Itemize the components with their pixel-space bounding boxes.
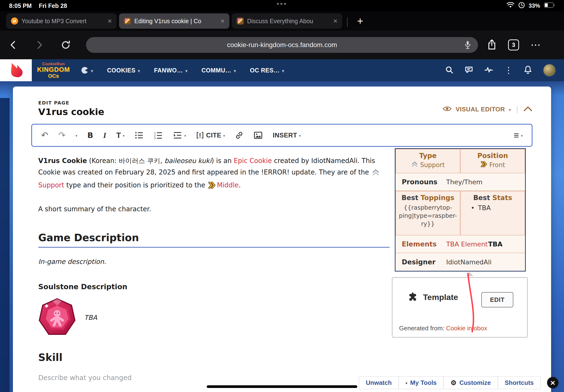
search-icon[interactable] bbox=[445, 66, 454, 75]
stats-label-best: Best bbox=[473, 194, 490, 202]
position-front-icon bbox=[480, 161, 488, 169]
tab-overview-button[interactable]: 3 bbox=[508, 40, 519, 50]
insert-image-button[interactable] bbox=[254, 131, 263, 139]
page-options-menu[interactable] bbox=[514, 130, 523, 140]
elements-label: Elements bbox=[396, 240, 446, 248]
customize-button[interactable]: Customize bbox=[443, 377, 497, 389]
browser-menu-icon[interactable] bbox=[531, 40, 541, 50]
text-style-label: T bbox=[116, 131, 121, 140]
nav-oc-resources[interactable]: OC RES… bbox=[250, 67, 284, 74]
back-button[interactable] bbox=[0, 40, 26, 50]
cookie-infobox[interactable]: Type Support Position Front Pronouns The… bbox=[395, 148, 526, 272]
generated-from-label: Generated from: bbox=[399, 325, 444, 332]
template-focus-notch bbox=[466, 272, 473, 276]
explore-menu[interactable] bbox=[81, 67, 94, 74]
position-label: Position bbox=[462, 152, 523, 160]
tba-element-link[interactable]: TBA Element bbox=[446, 240, 488, 248]
fandom-logo[interactable] bbox=[0, 59, 32, 81]
address-bar[interactable]: cookie-run-kingdom-ocs.fandom.com bbox=[86, 37, 478, 53]
text-segment: , bbox=[160, 157, 164, 165]
cite-button[interactable]: CITE bbox=[196, 131, 225, 139]
tab-close-icon[interactable] bbox=[108, 17, 112, 25]
discussions-icon[interactable] bbox=[465, 66, 473, 75]
soulstone-figure[interactable]: TBA bbox=[38, 298, 389, 337]
middle-link[interactable]: Middle bbox=[217, 181, 239, 189]
gear-icon bbox=[451, 379, 456, 387]
divider bbox=[516, 105, 518, 113]
close-button[interactable] bbox=[547, 377, 559, 388]
wiki-nav-items: COOKIES FANWO… COMMU… OC RES… bbox=[81, 67, 284, 74]
page-title: V1rus cookie bbox=[38, 107, 104, 117]
infobox-stats-cell: Best Stats TBA bbox=[460, 191, 525, 236]
visual-editor-dropdown[interactable]: VISUAL EDITOR bbox=[455, 106, 505, 113]
svg-text:3: 3 bbox=[154, 137, 156, 139]
collapse-chevron-up-icon[interactable] bbox=[523, 106, 533, 112]
text-segment: type and their position is prioritized t… bbox=[64, 181, 207, 189]
my-tools-dropdown[interactable]: My Tools bbox=[398, 377, 443, 389]
nav-fanworks[interactable]: FANWO… bbox=[154, 67, 188, 74]
cookie-infobox-link[interactable]: Cookie infobox bbox=[446, 325, 487, 332]
template-line: ping|type=raspber- bbox=[398, 212, 458, 220]
text-segment: ) is an bbox=[211, 157, 234, 165]
bold-button[interactable]: B bbox=[87, 131, 93, 140]
new-tab-button[interactable] bbox=[353, 13, 368, 29]
notifications-bell-icon[interactable] bbox=[524, 65, 532, 75]
infobox-position-cell: Position Front bbox=[460, 149, 525, 173]
redo-button[interactable] bbox=[58, 130, 66, 140]
mp3-converter-favicon bbox=[11, 17, 18, 25]
wiki-wordmark[interactable]: CookieRun KINGDOM OCs bbox=[37, 62, 70, 78]
nav-cookies[interactable]: COOKIES bbox=[107, 67, 140, 74]
link-button[interactable] bbox=[235, 131, 244, 140]
insert-dropdown[interactable]: INSERT bbox=[273, 132, 301, 139]
tab-count: 3 bbox=[512, 42, 515, 48]
position-value: Front bbox=[489, 161, 505, 168]
share-icon[interactable] bbox=[487, 39, 497, 51]
editor-toolbar: B I T 123 CITE INSERT bbox=[31, 124, 533, 147]
user-avatar[interactable] bbox=[543, 64, 556, 77]
reload-button[interactable] bbox=[53, 40, 79, 50]
tab-title: Discuss Everything Abou bbox=[247, 18, 330, 25]
tab-title: Youtube to MP3 Convert bbox=[22, 18, 104, 25]
text-style-dropdown[interactable]: T bbox=[116, 131, 124, 140]
tab-title: Editing V1rus cookie | Co bbox=[134, 18, 217, 25]
support-link[interactable]: Support bbox=[38, 181, 64, 189]
soulstone-gem-image[interactable] bbox=[38, 298, 76, 337]
tab-youtube-mp3[interactable]: Youtube to MP3 Convert bbox=[6, 13, 117, 29]
tab-close-icon[interactable] bbox=[220, 17, 225, 25]
tab-discuss-everything[interactable]: Discuss Everything Abou bbox=[232, 13, 342, 29]
position-middle-icon bbox=[208, 181, 216, 192]
template-edit-button[interactable]: EDIT bbox=[481, 292, 513, 307]
tab-close-icon[interactable] bbox=[333, 17, 337, 25]
wordmark-line1: CookieRun bbox=[37, 62, 70, 66]
unwatch-button[interactable]: Unwatch bbox=[359, 377, 398, 389]
pronouns-value: They/Them bbox=[446, 178, 482, 186]
tab-divider bbox=[347, 17, 348, 27]
tab-editing-v1rus-cookie[interactable]: Editing V1rus cookie | Co bbox=[119, 13, 229, 29]
battery-percent: 33% bbox=[529, 2, 540, 9]
status-left: 8:05 PM Fri Feb 28 bbox=[9, 2, 67, 9]
shortcuts-button[interactable]: Shortcuts bbox=[497, 377, 540, 389]
activity-icon[interactable] bbox=[484, 66, 493, 75]
status-bar: 8:05 PM Fri Feb 28 ••• 33% bbox=[0, 0, 564, 12]
background-art bbox=[0, 98, 10, 392]
more-menu-icon[interactable] bbox=[504, 66, 513, 75]
hamburger-icon bbox=[514, 130, 519, 140]
template-title: Template bbox=[423, 293, 458, 302]
chevron-down-icon[interactable] bbox=[509, 106, 511, 113]
home-indicator[interactable] bbox=[207, 385, 357, 388]
italic-button[interactable]: I bbox=[103, 131, 106, 140]
heading-soulstone-description: Soulstone Description bbox=[38, 282, 389, 291]
epic-cookie-link[interactable]: Epic Cookie bbox=[234, 157, 272, 165]
undo-button[interactable] bbox=[41, 130, 48, 140]
editor-card: EDIT PAGE V1rus cookie VISUAL EDITOR B I… bbox=[13, 86, 551, 392]
editor-mode-controls: VISUAL EDITOR bbox=[443, 105, 533, 113]
indent-dropdown[interactable] bbox=[173, 131, 186, 139]
nav-community[interactable]: COMMU… bbox=[201, 67, 236, 74]
forward-button[interactable] bbox=[26, 40, 53, 50]
bullet-list-button[interactable] bbox=[135, 131, 144, 139]
microphone-icon[interactable] bbox=[464, 40, 471, 52]
fandom-wiki-favicon bbox=[237, 17, 244, 25]
wordmark-line2: KINGDOM bbox=[37, 66, 70, 73]
numbered-list-button[interactable]: 123 bbox=[154, 131, 163, 139]
paragraph-style-dropdown[interactable] bbox=[76, 133, 77, 138]
